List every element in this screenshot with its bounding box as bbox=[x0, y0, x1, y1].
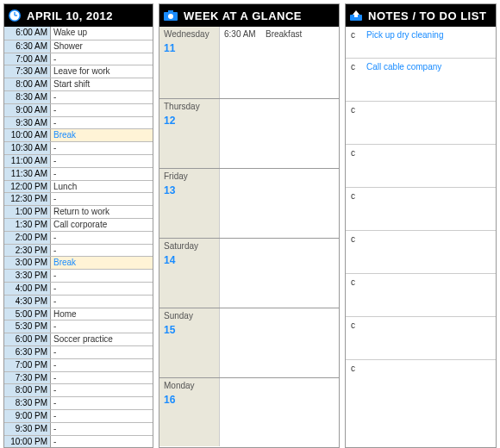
schedule-event[interactable]: - bbox=[51, 193, 153, 205]
schedule-row[interactable]: 7:00 AM- bbox=[4, 53, 153, 65]
week-events[interactable] bbox=[220, 99, 339, 168]
schedule-row[interactable]: 9:00 PM- bbox=[4, 409, 153, 422]
note-text[interactable] bbox=[366, 191, 491, 227]
note-checkbox[interactable]: c bbox=[351, 234, 366, 270]
note-row[interactable]: cPick up dry cleaning bbox=[346, 27, 496, 58]
schedule-event[interactable]: Lunch bbox=[51, 181, 153, 193]
schedule-event[interactable]: Home bbox=[51, 308, 153, 320]
schedule-event[interactable]: - bbox=[51, 104, 153, 116]
note-checkbox[interactable]: c bbox=[351, 191, 366, 227]
week-events[interactable] bbox=[220, 378, 339, 446]
note-text[interactable] bbox=[366, 105, 491, 140]
schedule-event[interactable]: Break bbox=[51, 129, 153, 141]
schedule-row[interactable]: 10:00 AMBreak bbox=[4, 128, 153, 141]
schedule-event[interactable]: - bbox=[51, 346, 153, 358]
schedule-event[interactable]: - bbox=[51, 359, 153, 371]
schedule-row[interactable]: 2:30 PM- bbox=[4, 244, 153, 257]
schedule-row[interactable]: 4:00 PM- bbox=[4, 282, 153, 295]
note-row[interactable]: c bbox=[346, 273, 496, 316]
note-checkbox[interactable]: c bbox=[351, 320, 366, 356]
schedule-row[interactable]: 1:30 PMCall corporate bbox=[4, 218, 153, 231]
schedule-event[interactable]: - bbox=[51, 168, 153, 180]
note-text[interactable] bbox=[366, 148, 491, 184]
note-checkbox[interactable]: c bbox=[351, 105, 366, 140]
week-day[interactable]: Saturday14 bbox=[159, 238, 339, 308]
schedule-event[interactable]: Start shift bbox=[51, 78, 153, 90]
schedule-row[interactable]: 7:30 AMLeave for work bbox=[4, 65, 153, 78]
schedule-event[interactable]: - bbox=[51, 283, 153, 295]
note-row[interactable]: c bbox=[346, 187, 496, 230]
week-events[interactable] bbox=[220, 308, 339, 377]
schedule-row[interactable]: 10:00 PM- bbox=[4, 435, 153, 448]
schedule-event[interactable]: - bbox=[51, 423, 153, 435]
note-text[interactable]: Pick up dry cleaning bbox=[366, 30, 491, 54]
schedule-row[interactable]: 8:00 AMStart shift bbox=[4, 78, 153, 90]
schedule-event[interactable]: - bbox=[51, 372, 153, 384]
note-text[interactable]: Call cable company bbox=[366, 62, 491, 97]
schedule-event[interactable]: - bbox=[51, 410, 153, 422]
week-events[interactable] bbox=[220, 169, 339, 238]
schedule-row[interactable]: 8:00 PM- bbox=[4, 383, 153, 396]
schedule-row[interactable]: 6:00 PMSoccer practice bbox=[4, 333, 153, 345]
schedule-row[interactable]: 11:00 AM- bbox=[4, 154, 153, 167]
schedule-row[interactable]: 3:00 PMBreak bbox=[4, 256, 153, 269]
note-text[interactable] bbox=[366, 320, 491, 356]
schedule-event[interactable]: - bbox=[51, 245, 153, 257]
schedule-row[interactable]: 10:30 AM- bbox=[4, 141, 153, 154]
note-row[interactable]: c bbox=[346, 359, 496, 402]
schedule-row[interactable]: 5:30 PM- bbox=[4, 320, 153, 333]
note-row[interactable]: c bbox=[346, 144, 496, 187]
schedule-event[interactable]: - bbox=[51, 91, 153, 103]
schedule-row[interactable]: 11:30 AM- bbox=[4, 167, 153, 180]
schedule-row[interactable]: 7:30 PM- bbox=[4, 371, 153, 384]
note-row[interactable]: c bbox=[346, 316, 496, 359]
schedule-event[interactable]: Soccer practice bbox=[51, 333, 153, 345]
note-checkbox[interactable]: c bbox=[351, 364, 366, 399]
note-checkbox[interactable]: c bbox=[351, 30, 366, 54]
schedule-event[interactable]: - bbox=[51, 397, 153, 409]
note-row[interactable]: c bbox=[346, 101, 496, 144]
week-day[interactable]: Wednesday116:30 AMBreakfast bbox=[159, 27, 339, 98]
schedule-row[interactable]: 7:00 PM- bbox=[4, 358, 153, 371]
schedule-event[interactable]: - bbox=[51, 436, 153, 448]
week-day[interactable]: Monday16 bbox=[159, 377, 339, 446]
schedule-row[interactable]: 12:00 PMLunch bbox=[4, 180, 153, 193]
schedule-event[interactable]: - bbox=[51, 320, 153, 333]
note-row[interactable]: cCall cable company bbox=[346, 58, 496, 101]
schedule-row[interactable]: 6:30 PM- bbox=[4, 345, 153, 358]
schedule-row[interactable]: 12:30 PM- bbox=[4, 192, 153, 205]
schedule-event[interactable]: - bbox=[51, 117, 153, 129]
schedule-event[interactable]: - bbox=[51, 53, 153, 65]
note-text[interactable] bbox=[366, 234, 491, 270]
note-row[interactable]: c bbox=[346, 230, 496, 273]
schedule-row[interactable]: 1:00 PMReturn to work bbox=[4, 205, 153, 218]
schedule-row[interactable]: 5:00 PMHome bbox=[4, 308, 153, 320]
schedule-row[interactable]: 9:30 AM- bbox=[4, 116, 153, 129]
week-events[interactable] bbox=[220, 239, 339, 308]
week-events[interactable]: 6:30 AMBreakfast bbox=[220, 27, 339, 98]
schedule-event[interactable]: Break bbox=[51, 257, 153, 269]
schedule-row[interactable]: 4:30 PM- bbox=[4, 295, 153, 308]
week-day[interactable]: Thursday12 bbox=[159, 98, 339, 168]
note-checkbox[interactable]: c bbox=[351, 277, 366, 313]
schedule-row[interactable]: 9:00 AM- bbox=[4, 103, 153, 116]
schedule-event[interactable]: Leave for work bbox=[51, 65, 153, 78]
week-day[interactable]: Sunday15 bbox=[159, 308, 339, 377]
note-checkbox[interactable]: c bbox=[351, 62, 366, 97]
schedule-event[interactable]: - bbox=[51, 270, 153, 282]
schedule-event[interactable]: - bbox=[51, 155, 153, 167]
schedule-row[interactable]: 3:30 PM- bbox=[4, 269, 153, 282]
week-day[interactable]: Friday13 bbox=[159, 168, 339, 238]
schedule-row[interactable]: 8:30 AM- bbox=[4, 90, 153, 103]
schedule-event[interactable]: Call corporate bbox=[51, 219, 153, 231]
schedule-event[interactable]: - bbox=[51, 232, 153, 244]
schedule-event[interactable]: - bbox=[51, 384, 153, 396]
schedule-row[interactable]: 9:30 PM- bbox=[4, 422, 153, 435]
schedule-event[interactable]: - bbox=[51, 142, 153, 154]
schedule-event[interactable]: - bbox=[51, 296, 153, 308]
schedule-row[interactable]: 2:00 PM- bbox=[4, 231, 153, 244]
schedule-event[interactable]: Wake up bbox=[51, 27, 153, 40]
note-text[interactable] bbox=[366, 364, 491, 399]
note-text[interactable] bbox=[366, 277, 491, 313]
note-checkbox[interactable]: c bbox=[351, 148, 366, 184]
